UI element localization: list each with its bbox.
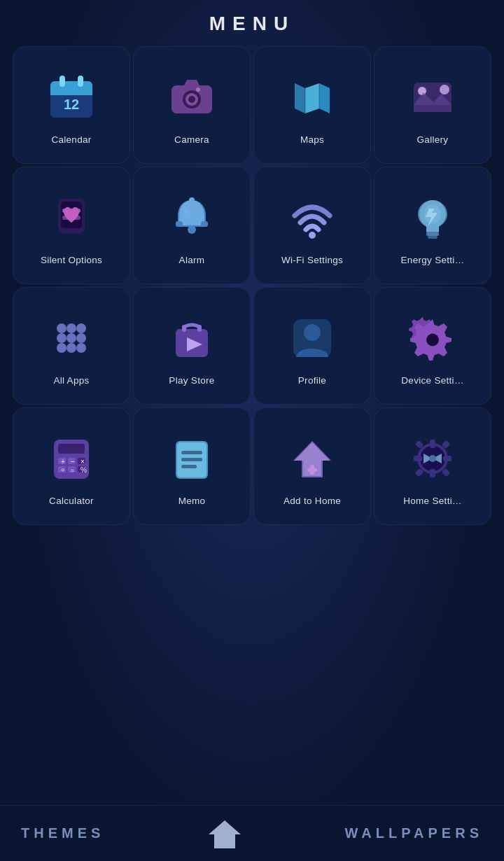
play-store-label: Play Store — [166, 375, 217, 386]
calculator-label: Calculator — [46, 496, 97, 506]
memo-icon — [160, 427, 223, 490]
app-tile-alarm[interactable]: Alarm — [133, 167, 251, 284]
camera-icon — [160, 66, 223, 129]
svg-text:%: % — [80, 466, 87, 474]
calculator-icon: + − × ÷ = % — [40, 427, 103, 490]
svg-text:÷: ÷ — [61, 466, 65, 474]
calendar-icon: 12 — [40, 66, 103, 129]
energy-settings-label: Energy Setti… — [398, 255, 468, 265]
home-settings-icon — [401, 427, 464, 490]
menu-title: MENU — [209, 13, 295, 35]
device-settings-label: Device Setti… — [398, 375, 466, 386]
svg-point-35 — [57, 343, 66, 353]
svg-rect-73 — [430, 469, 435, 477]
svg-point-21 — [189, 197, 195, 203]
svg-text:+: + — [61, 458, 65, 465]
svg-point-31 — [76, 323, 86, 333]
app-tile-wifi[interactable]: Wi-Fi Settings — [253, 167, 371, 284]
alarm-label: Alarm — [176, 255, 208, 265]
svg-text:×: × — [80, 458, 85, 465]
home-button[interactable] — [204, 813, 246, 855]
device-settings-icon — [401, 307, 464, 370]
app-tile-silent-options[interactable]: Silent Options — [13, 167, 130, 284]
app-tile-maps[interactable]: Maps — [253, 46, 371, 164]
svg-rect-23 — [201, 221, 208, 227]
profile-label: Profile — [295, 375, 329, 386]
svg-point-37 — [76, 343, 86, 353]
svg-rect-40 — [197, 325, 202, 332]
svg-rect-75 — [443, 456, 451, 461]
add-to-home-label: Add to Home — [281, 496, 344, 506]
svg-point-29 — [57, 323, 66, 333]
maps-icon — [281, 66, 344, 129]
svg-point-15 — [440, 85, 449, 94]
wallpapers-button[interactable]: WALLPAPERS — [345, 825, 483, 841]
app-tile-gallery[interactable]: Gallery — [374, 46, 491, 164]
themes-button[interactable]: THEMES — [21, 825, 104, 841]
svg-point-25 — [309, 232, 316, 239]
svg-point-80 — [429, 455, 436, 462]
silent-options-label: Silent Options — [38, 255, 105, 265]
camera-label: Camera — [172, 134, 212, 145]
wifi-icon — [281, 186, 344, 249]
profile-icon — [281, 307, 344, 370]
svg-rect-47 — [58, 444, 85, 454]
svg-point-45 — [426, 333, 439, 346]
svg-rect-39 — [182, 325, 186, 332]
app-tile-camera[interactable]: Camera — [133, 46, 251, 164]
alarm-icon — [160, 186, 223, 249]
svg-point-33 — [66, 333, 76, 343]
add-to-home-icon — [281, 427, 344, 490]
play-store-icon — [160, 307, 223, 370]
all-apps-label: All Apps — [50, 375, 92, 386]
gallery-label: Gallery — [414, 134, 451, 145]
svg-point-14 — [418, 87, 426, 95]
svg-point-43 — [304, 324, 321, 341]
maps-label: Maps — [298, 134, 327, 145]
svg-marker-81 — [209, 820, 241, 848]
app-tile-add-to-home[interactable]: Add to Home — [253, 407, 371, 525]
calendar-label: Calendar — [48, 134, 94, 145]
svg-point-30 — [66, 323, 76, 333]
page-container: MENU 12 Calendar — [0, 0, 504, 861]
svg-text:12: 12 — [64, 97, 79, 112]
svg-rect-64 — [181, 465, 197, 468]
svg-point-9 — [188, 96, 195, 103]
app-tile-home-settings[interactable]: Home Setti… — [374, 407, 491, 525]
svg-rect-74 — [414, 456, 422, 461]
app-tile-calculator[interactable]: + − × ÷ = % Calculator — [13, 407, 130, 525]
svg-rect-22 — [176, 221, 183, 227]
wifi-label: Wi-Fi Settings — [279, 255, 346, 265]
svg-text:=: = — [71, 468, 74, 474]
svg-text:−: − — [71, 458, 75, 465]
bottom-bar: THEMES WALLPAPERS — [0, 805, 504, 861]
energy-settings-icon — [401, 186, 464, 249]
app-tile-energy[interactable]: Energy Setti… — [374, 167, 491, 284]
svg-rect-63 — [181, 458, 202, 461]
app-tile-calendar[interactable]: 12 Calendar — [13, 46, 130, 164]
app-tile-play-store[interactable]: Play Store — [133, 287, 251, 405]
app-grid: 12 Calendar Camera — [10, 43, 494, 528]
svg-point-32 — [57, 333, 66, 343]
gallery-icon — [401, 66, 464, 129]
svg-rect-2 — [50, 90, 92, 95]
svg-rect-27 — [428, 236, 438, 239]
app-tile-device-settings[interactable]: Device Setti… — [374, 287, 491, 405]
home-settings-label: Home Setti… — [400, 496, 465, 506]
memo-label: Memo — [176, 496, 209, 506]
svg-point-36 — [66, 343, 76, 353]
svg-rect-72 — [430, 440, 435, 448]
svg-rect-4 — [78, 76, 83, 87]
app-tile-all-apps[interactable]: All Apps — [13, 287, 130, 405]
svg-rect-26 — [426, 232, 439, 236]
all-apps-icon — [40, 307, 103, 370]
svg-point-10 — [196, 88, 200, 92]
svg-point-20 — [188, 225, 196, 234]
svg-rect-3 — [59, 76, 65, 87]
svg-rect-62 — [181, 451, 202, 454]
svg-rect-69 — [307, 468, 317, 472]
svg-point-34 — [76, 333, 86, 343]
app-tile-profile[interactable]: Profile — [253, 287, 371, 405]
silent-options-icon — [40, 186, 103, 249]
app-tile-memo[interactable]: Memo — [133, 407, 251, 525]
